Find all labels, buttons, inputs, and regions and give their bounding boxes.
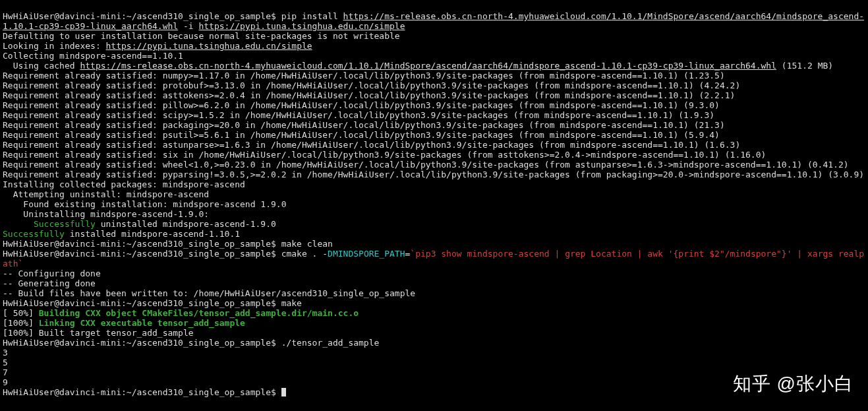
watermark: 知乎 @张小白 bbox=[733, 379, 854, 389]
pip-req: Requirement already satisfied: pyparsing… bbox=[3, 170, 864, 179]
cmd-make-clean: make clean bbox=[281, 239, 333, 249]
output-line: 3 bbox=[3, 348, 8, 358]
make-line-100-link: [100%] Linking CXX executable tensor_add… bbox=[3, 318, 245, 328]
pip-req: Requirement already satisfied: asttokens… bbox=[3, 90, 735, 100]
pip-req: Requirement already satisfied: psutil>=5… bbox=[3, 130, 720, 140]
pip-cached: Using cached https://ms-release.obs.cn-n… bbox=[3, 61, 833, 71]
pip-index-url[interactable]: https://pypi.tuna.tsinghua.edu.cn/simple bbox=[198, 21, 405, 31]
pip-found: Found existing installation: mindspore-a… bbox=[3, 199, 286, 209]
make-line-100-built: [100%] Built target tensor_add_sample bbox=[3, 328, 194, 338]
cmd-make: make bbox=[281, 298, 302, 308]
pip-req: Requirement already satisfied: pillow>=6… bbox=[3, 100, 720, 110]
pip-cached-link[interactable]: https://ms-release.obs.cn-north-4.myhuaw… bbox=[80, 61, 776, 71]
pip-success-install: Successfully installed mindspore-ascend-… bbox=[3, 229, 240, 239]
output-line: 9 bbox=[3, 377, 8, 387]
prompt: HwHiAiUser@davinci-mini:~/ascend310_sing… bbox=[3, 239, 281, 249]
pip-looking: Looking in indexes: https://pypi.tuna.ts… bbox=[3, 41, 312, 51]
pip-looking-link[interactable]: https://pypi.tuna.tsinghua.edu.cn/simple bbox=[106, 41, 312, 51]
prompt: HwHiAiUser@davinci-mini:~/ascend310_sing… bbox=[3, 298, 281, 308]
prompt: HwHiAiUser@davinci-mini:~/ascend310_sing… bbox=[3, 11, 281, 21]
prompt: HwHiAiUser@davinci-mini:~/ascend310_sing… bbox=[3, 338, 281, 348]
pip-defaulting: Defaulting to user installation because … bbox=[3, 31, 400, 41]
cmd-run: ./tensor_add_sample bbox=[281, 338, 380, 348]
pip-collecting: Collecting mindspore-ascend==1.10.1 bbox=[3, 51, 183, 61]
pip-installing: Installing collected packages: mindspore… bbox=[3, 179, 245, 189]
pip-req: Requirement already satisfied: six in /h… bbox=[3, 150, 766, 160]
pip-req: Requirement already satisfied: astunpars… bbox=[3, 140, 740, 150]
output-line: 5 bbox=[3, 358, 8, 367]
pip-req: Requirement already satisfied: protobuf>… bbox=[3, 80, 740, 90]
pip-attempt: Attempting uninstall: mindspore-ascend bbox=[3, 189, 209, 199]
terminal-output[interactable]: HwHiAiUser@davinci-mini:~/ascend310_sing… bbox=[0, 0, 868, 398]
pip-uninstalling: Uninstalling mindspore-ascend-1.9.0: bbox=[3, 209, 209, 219]
pip-req: Requirement already satisfied: packaging… bbox=[3, 120, 725, 130]
pip-req: Requirement already satisfied: scipy>=1.… bbox=[3, 110, 714, 120]
cmake-written: -- Build files have been written to: /ho… bbox=[3, 288, 415, 298]
cmake-configuring: -- Configuring done bbox=[3, 269, 101, 278]
output-line: 7 bbox=[3, 367, 8, 377]
make-line-50: [ 50%] Building CXX object CMakeFiles/te… bbox=[3, 308, 359, 318]
prompt: HwHiAiUser@davinci-mini:~/ascend310_sing… bbox=[3, 387, 281, 397]
prompt: HwHiAiUser@davinci-mini:~/ascend310_sing… bbox=[3, 249, 281, 259]
pip-success-uninstall: Successfully uninstalled mindspore-ascen… bbox=[3, 219, 276, 229]
cursor[interactable] bbox=[281, 388, 286, 396]
cmake-generating: -- Generating done bbox=[3, 278, 96, 288]
pip-req: Requirement already satisfied: wheel<1.0… bbox=[3, 160, 849, 170]
pip-req: Requirement already satisfied: numpy>=1.… bbox=[3, 71, 725, 80]
